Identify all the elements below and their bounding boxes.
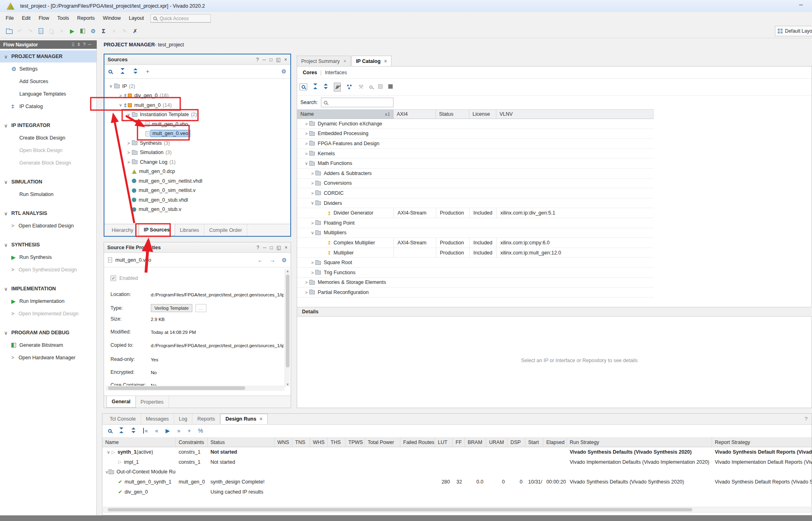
rewind-icon[interactable]: « xyxy=(155,428,158,434)
catalog-tab-cores[interactable]: Cores xyxy=(300,70,319,75)
chevron-right-icon[interactable]: > xyxy=(310,270,315,275)
chevron-down-icon[interactable]: ∨ xyxy=(310,230,315,235)
chevron-down-icon[interactable]: ∨ xyxy=(105,469,108,475)
chevron-down-icon[interactable]: ∨ xyxy=(108,83,114,89)
ip-row-multipliers[interactable]: ∨Multipliers xyxy=(297,228,654,238)
quick-access-search[interactable]: Quick Access xyxy=(150,14,211,23)
flow-section-header-rtl-analysis[interactable]: ∨RTL ANALYSIS xyxy=(0,207,96,219)
tree-item-mult-gen-0-sim-netlist-vhdl[interactable]: mult_gen_0_sim_netlist.vhdl xyxy=(104,176,290,186)
tree-item-mult-gen-0-stub-vhdl[interactable]: mult_gen_0_stub.vhdl xyxy=(104,195,290,205)
tree-item-instantiation-template[interactable]: ∨Instantiation Template(2) xyxy=(104,110,290,120)
forward-arrow-icon[interactable]: → xyxy=(269,257,275,263)
tab-project-summary[interactable]: Project Summary× xyxy=(297,56,351,67)
wrench-icon[interactable]: ⚒ xyxy=(358,84,364,90)
expand-all-icon[interactable] xyxy=(323,83,328,90)
menu-layout[interactable]: Layout xyxy=(125,14,148,23)
tab-messages[interactable]: Messages xyxy=(141,414,174,424)
ip-row-multiplier[interactable]: ‡MultiplierProductionIncludedxilinx.com:… xyxy=(297,248,654,258)
sources-float-icon[interactable]: ◱ xyxy=(276,57,281,63)
column-header-start[interactable]: Start xyxy=(525,438,543,447)
expand-collapse-icon[interactable]: ⇕ xyxy=(77,42,83,47)
column-header-name[interactable]: Name xyxy=(102,438,176,447)
flow-section-header-program-and-debug[interactable]: ∨PROGRAM AND DEBUG xyxy=(0,327,96,339)
flow-section[interactable]: ∨RTL ANALYSIS>Open Elaborated Design xyxy=(0,207,96,232)
column-header-license[interactable]: License xyxy=(469,110,496,119)
tree-item-simulation[interactable]: >Simulation(3) xyxy=(104,148,290,158)
column-header-wns[interactable]: WNS xyxy=(275,438,292,447)
sidebar-item-settings[interactable]: ⚙Settings xyxy=(0,63,96,75)
filter-incompatible-icon[interactable]: # xyxy=(334,83,341,92)
sources-tab-libraries[interactable]: Libraries xyxy=(175,224,204,236)
settings-gear-icon[interactable]: ⚙ xyxy=(281,257,287,263)
flow-section-header-simulation[interactable]: ∨SIMULATION xyxy=(0,176,96,188)
chevron-right-icon[interactable]: > xyxy=(304,151,309,156)
menu-reports[interactable]: Reports xyxy=(73,14,99,23)
chevron-right-icon[interactable]: > xyxy=(304,280,309,285)
ip-row-fpga-features-and-design[interactable]: >FPGA Features and Design xyxy=(297,139,654,149)
scrollbar-thumb[interactable] xyxy=(108,508,692,511)
back-arrow-icon[interactable]: ← xyxy=(257,257,263,263)
settings-gear-icon[interactable]: ⚙ xyxy=(88,26,98,36)
add-icon[interactable]: + xyxy=(146,69,149,75)
column-header-report-strategy[interactable]: Report Strategy xyxy=(712,438,812,447)
ip-row-memories-storage-elements[interactable]: >Memories & Storage Elements xyxy=(297,278,654,288)
column-header-axi4[interactable]: AXI4 xyxy=(394,110,436,119)
column-header-bram[interactable]: BRAM xyxy=(465,438,486,447)
search-icon[interactable] xyxy=(108,69,112,75)
flow-section-header-ip-integrator[interactable]: ∨IP INTEGRATOR xyxy=(0,119,96,131)
tree-item-mult-gen-0-sim-netlist-v[interactable]: mult_gen_0_sim_netlist.v xyxy=(104,186,290,196)
tree-item-mult-gen-0-vho[interactable]: mult_gen_0.vho xyxy=(104,119,290,129)
enabled-checkbox[interactable]: ✔ xyxy=(110,275,116,281)
close-icon[interactable]: × xyxy=(384,58,387,64)
sidebar-item-generate-bitstream[interactable]: Generate Bitstream xyxy=(0,339,96,351)
sources-maximize-icon[interactable]: □ xyxy=(269,57,272,63)
collapse-all-icon[interactable]: Ξ xyxy=(72,42,77,47)
column-header-tns[interactable]: TNS xyxy=(292,438,310,447)
ip-row-math-functions[interactable]: ∨Math Functions xyxy=(297,158,654,169)
report-document-icon[interactable] xyxy=(35,26,46,36)
column-header-name[interactable]: Name∧1 xyxy=(297,110,394,119)
column-header-total-power[interactable]: Total Power xyxy=(365,438,400,447)
chip-icon[interactable] xyxy=(378,84,383,90)
ip-row-embedded-processing[interactable]: >Embedded Processing xyxy=(297,129,654,139)
run-row-div-gen-0[interactable]: ✔div_gen_0Using cached IP results xyxy=(102,487,812,497)
tree-item-synthesis[interactable]: >Synthesis(3) xyxy=(104,138,290,148)
flow-section[interactable]: ∨IMPLEMENTATION▶Run Implementation>Open … xyxy=(0,283,96,320)
add-design-icon[interactable] xyxy=(346,83,353,90)
expand-all-icon[interactable] xyxy=(133,68,138,75)
collapse-all-icon[interactable] xyxy=(313,83,318,90)
tree-item-change-log[interactable]: >Change Log(1) xyxy=(104,157,290,167)
scrollbar-thumb[interactable] xyxy=(108,386,245,390)
close-icon[interactable]: × xyxy=(260,416,262,422)
chevron-right-icon[interactable]: > xyxy=(304,121,309,126)
chevron-down-icon[interactable]: ∨ xyxy=(125,112,132,117)
chevron-right-icon[interactable]: > xyxy=(304,131,309,136)
column-header-failed-routes[interactable]: Failed Routes xyxy=(400,438,435,447)
type-value-button[interactable]: Verilog Template xyxy=(151,304,192,312)
search-icon[interactable] xyxy=(108,428,112,434)
menu-tools[interactable]: Tools xyxy=(53,14,73,23)
chevron-right-icon[interactable]: > xyxy=(125,150,132,155)
properties-horizontal-scrollbar[interactable] xyxy=(106,386,285,391)
open-folder-icon[interactable] xyxy=(4,26,15,36)
run-row-impl-1[interactable]: ▷impl_1constrs_1Not startedVivado Implem… xyxy=(102,457,812,467)
flow-section[interactable]: ∨IP INTEGRATORCreate Block DesignOpen Bl… xyxy=(0,119,96,169)
ip-row-partial-reconfiguration[interactable]: >Partial Reconfiguration xyxy=(297,288,654,298)
column-header-ff[interactable]: FF xyxy=(453,438,465,447)
run-icon[interactable]: ▶ xyxy=(67,26,77,36)
flow-section[interactable]: ∨SIMULATIONRun Simulation xyxy=(0,176,96,200)
flow-section[interactable]: ∨PROGRAM AND DEBUGGenerate Bitstream>Ope… xyxy=(0,327,96,364)
run-row-synth-1[interactable]: ∨▷synth_1 (active)constrs_1Not startedVi… xyxy=(102,447,812,457)
play-icon[interactable]: ▶ xyxy=(166,428,170,434)
column-header-status[interactable]: Status xyxy=(208,438,275,447)
column-header-uram[interactable]: URAM xyxy=(486,438,508,447)
catalog-tab-interfaces[interactable]: Interfaces xyxy=(323,70,350,75)
ip-row-adders-subtracters[interactable]: >Adders & Subtracters xyxy=(297,169,654,179)
chevron-right-icon[interactable]: > xyxy=(310,191,315,196)
expand-all-icon[interactable] xyxy=(131,427,136,434)
flow-section-header-project-manager[interactable]: ∨PROJECT MANAGER xyxy=(0,50,96,63)
properties-float-icon[interactable]: ◱ xyxy=(277,245,281,250)
step-first-icon[interactable]: « xyxy=(143,428,148,434)
column-header-run-strategy[interactable]: Run Strategy xyxy=(567,438,712,447)
sum-sigma-icon[interactable]: Σ xyxy=(98,26,109,36)
